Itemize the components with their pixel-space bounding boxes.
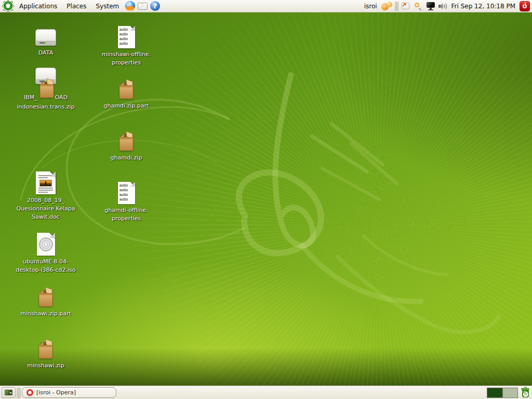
firefox-icon (125, 1, 135, 11)
iso-cd-icon (37, 233, 55, 256)
menu-applications-label: Applications (19, 3, 57, 10)
icon-label: ghamdi-offline.properties (104, 206, 148, 223)
panel-separator (395, 2, 398, 11)
archive-box-icon (116, 131, 137, 152)
network-monitor-icon (426, 2, 435, 10)
desktop-icon-ghamdi-zip-part[interactable]: ghamdi.zip.part (100, 79, 152, 110)
file-preview-text: audio (119, 28, 134, 32)
desktop-icon-ghamdi-offline-properties[interactable]: audio audio audio audio ghamdi-offline.p… (94, 182, 158, 223)
search-icon (414, 2, 422, 10)
ubuntume-logo-icon[interactable] (3, 1, 14, 11)
desktop-icon-ghamdi-zip[interactable]: ghamdi.zip (100, 131, 152, 162)
archive-box-icon (116, 79, 137, 100)
icon-label: minshawi.zip.part (20, 310, 71, 318)
menu-system-label: System (96, 3, 119, 10)
icon-label: ghamdi.zip (111, 154, 142, 162)
cd-disc (39, 237, 53, 251)
help-launcher[interactable]: ? (149, 1, 161, 12)
desktop-screen: Applications Places System ? isroi Fri S… (0, 0, 532, 399)
email-launcher[interactable] (136, 1, 149, 12)
user-switcher-icon[interactable] (381, 2, 393, 11)
icon-label: minshawi-offline.properties (102, 50, 151, 67)
help-icon: ? (150, 1, 160, 11)
file-preview-text: audio (119, 42, 134, 46)
archive-box-icon (35, 287, 56, 308)
trash-applet[interactable]: ↻ (521, 387, 530, 398)
menu-system[interactable]: System (91, 0, 124, 12)
menu-places[interactable]: Places (62, 0, 91, 12)
show-desktop-icon (5, 390, 12, 395)
desktop-icon-minshawi-offline-properties[interactable]: audio audio audio audio minshawi-offline… (94, 26, 158, 67)
recycle-icon: ↻ (523, 392, 528, 397)
panel-separator (17, 388, 21, 398)
bottom-panel: [isroi - Opera] ↻ (0, 385, 532, 399)
properties-file-icon: audio audio audio audio (118, 26, 135, 48)
file-preview-text: audio (119, 183, 134, 188)
desktop-icon-minshawi-zip-part[interactable]: minshawi.zip.part (17, 287, 74, 318)
shutdown-button[interactable] (520, 1, 530, 11)
icon-label: indonesian.trans.zip (9, 103, 82, 111)
update-notifier[interactable] (401, 1, 411, 11)
file-preview-text: audio (119, 32, 134, 37)
user-switcher-face-small (387, 2, 392, 7)
firefox-launcher[interactable] (124, 1, 136, 12)
network-tray[interactable] (425, 1, 436, 11)
properties-file-icon: audio audio audio audio (118, 182, 135, 204)
file-preview-text: audio (119, 193, 134, 197)
workspace-switcher (487, 388, 518, 398)
mail-icon (138, 3, 148, 10)
clock-applet[interactable]: Fri Sep 12, 10:18 PM (450, 3, 517, 10)
workspace-2[interactable] (502, 388, 517, 397)
file-preview-text: audio (119, 37, 134, 42)
archive-box-icon (35, 339, 56, 360)
workspace-1[interactable] (487, 388, 502, 397)
desktop-icon-quesionnaire-doc[interactable]: 2008_08_19_ Quesionnaire Kelapa Sawit.do… (12, 171, 79, 221)
opera-icon (26, 389, 33, 396)
desktop-icon-ubuntume-iso[interactable]: ubuntuME-8.04-desktop-i386-cd2.iso (4, 233, 87, 274)
desktop-icon-ibm-drive-and-indonesian-zip[interactable]: IBM_OAD indonesian.trans.zip (9, 66, 82, 118)
desktop-wallpaper: DATA audio audio audio audio minshawi-of… (0, 12, 532, 385)
task-window-title: [isroi - Opera] (36, 389, 76, 396)
menu-applications[interactable]: Applications (15, 0, 62, 12)
icon-label: minshawi.zip (27, 362, 64, 370)
desktop-icon-minshawi-zip[interactable]: minshawi.zip (17, 339, 74, 370)
document-icon (36, 171, 56, 194)
archive-box-icon (36, 78, 57, 99)
search-tray[interactable] (413, 1, 423, 11)
file-preview-text: audio (119, 197, 134, 202)
top-panel: Applications Places System ? isroi Fri S… (0, 0, 532, 12)
update-icon (402, 3, 409, 9)
file-preview-text: audio (119, 188, 134, 193)
icon-label: ubuntuME-8.04-desktop-i386-cd2.iso (16, 258, 76, 274)
menu-places-label: Places (66, 3, 86, 10)
show-desktop-button[interactable] (2, 387, 16, 398)
username-label[interactable]: isroi (362, 3, 379, 10)
drive-icon (34, 29, 57, 47)
icon-label: DATA (38, 49, 53, 57)
volume-tray[interactable] (438, 1, 448, 11)
icon-label: ghamdi.zip.part (104, 102, 149, 110)
document-thumbnail-image (39, 180, 52, 187)
speaker-icon (438, 2, 448, 10)
taskbar-button-opera[interactable]: [isroi - Opera] (22, 387, 116, 398)
icon-label: 2008_08_19_ Quesionnaire Kelapa Sawit.do… (16, 196, 75, 221)
desktop-icon-data[interactable]: DATA (20, 29, 72, 57)
